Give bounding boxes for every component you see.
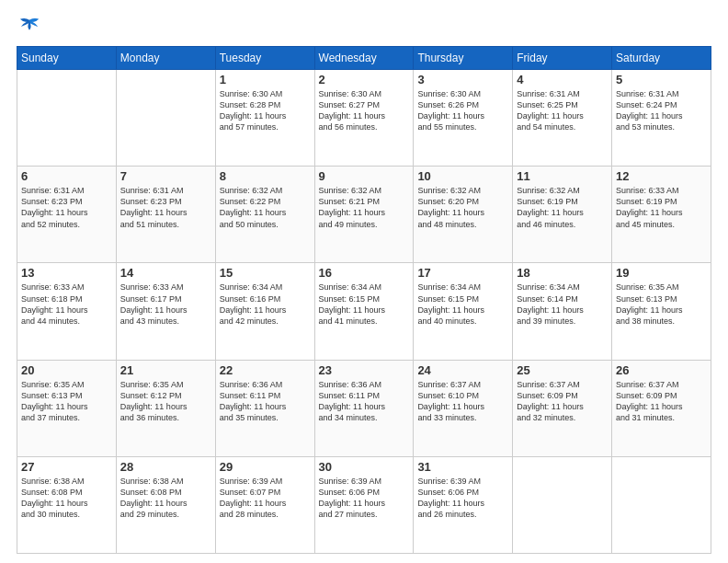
- calendar-cell: 4Sunrise: 6:31 AM Sunset: 6:25 PM Daylig…: [513, 70, 612, 167]
- day-number: 10: [417, 169, 508, 183]
- day-header-tuesday: Tuesday: [215, 47, 314, 70]
- day-info: Sunrise: 6:36 AM Sunset: 6:11 PM Dayligh…: [319, 379, 410, 424]
- calendar-cell: 28Sunrise: 6:38 AM Sunset: 6:08 PM Dayli…: [116, 456, 215, 553]
- calendar-cell: 21Sunrise: 6:35 AM Sunset: 6:12 PM Dayli…: [116, 360, 215, 456]
- day-info: Sunrise: 6:33 AM Sunset: 6:18 PM Dayligh…: [21, 282, 112, 327]
- day-number: 14: [120, 266, 211, 280]
- day-info: Sunrise: 6:37 AM Sunset: 6:09 PM Dayligh…: [517, 379, 608, 424]
- week-row-3: 13Sunrise: 6:33 AM Sunset: 6:18 PM Dayli…: [17, 263, 711, 360]
- calendar-cell: 7Sunrise: 6:31 AM Sunset: 6:23 PM Daylig…: [116, 167, 215, 263]
- day-info: Sunrise: 6:34 AM Sunset: 6:15 PM Dayligh…: [319, 282, 410, 327]
- day-info: Sunrise: 6:32 AM Sunset: 6:19 PM Dayligh…: [517, 185, 608, 230]
- day-number: 4: [517, 73, 608, 86]
- day-info: Sunrise: 6:34 AM Sunset: 6:15 PM Dayligh…: [417, 282, 508, 327]
- calendar-cell: 14Sunrise: 6:33 AM Sunset: 6:17 PM Dayli…: [116, 263, 215, 360]
- day-number: 3: [417, 73, 508, 86]
- calendar-cell: 23Sunrise: 6:36 AM Sunset: 6:11 PM Dayli…: [314, 360, 414, 456]
- day-number: 1: [220, 73, 311, 86]
- logo: [17, 17, 46, 37]
- day-header-friday: Friday: [513, 47, 612, 70]
- day-number: 28: [120, 460, 211, 474]
- day-header-sunday: Sunday: [17, 47, 117, 70]
- day-number: 12: [616, 169, 707, 183]
- day-number: 8: [220, 169, 311, 183]
- calendar-cell: 19Sunrise: 6:35 AM Sunset: 6:13 PM Dayli…: [612, 263, 711, 360]
- day-number: 22: [220, 363, 311, 377]
- day-number: 27: [21, 460, 112, 474]
- day-number: 7: [120, 169, 211, 183]
- calendar-table: SundayMondayTuesdayWednesdayThursdayFrid…: [17, 46, 711, 554]
- calendar-cell: 24Sunrise: 6:37 AM Sunset: 6:10 PM Dayli…: [414, 360, 513, 456]
- day-info: Sunrise: 6:39 AM Sunset: 6:06 PM Dayligh…: [417, 476, 508, 521]
- day-info: Sunrise: 6:31 AM Sunset: 6:23 PM Dayligh…: [120, 185, 211, 230]
- day-number: 21: [120, 363, 211, 377]
- calendar-cell: 22Sunrise: 6:36 AM Sunset: 6:11 PM Dayli…: [215, 360, 314, 456]
- day-number: 9: [319, 169, 410, 183]
- calendar-cell: [612, 456, 711, 553]
- day-number: 31: [417, 460, 508, 474]
- calendar-cell: 12Sunrise: 6:33 AM Sunset: 6:19 PM Dayli…: [612, 167, 711, 263]
- calendar-cell: [17, 70, 117, 167]
- calendar-cell: 2Sunrise: 6:30 AM Sunset: 6:27 PM Daylig…: [314, 70, 414, 167]
- day-number: 13: [21, 266, 112, 280]
- day-info: Sunrise: 6:36 AM Sunset: 6:11 PM Dayligh…: [220, 379, 311, 424]
- day-info: Sunrise: 6:32 AM Sunset: 6:20 PM Dayligh…: [417, 185, 508, 230]
- calendar-cell: 1Sunrise: 6:30 AM Sunset: 6:28 PM Daylig…: [215, 70, 314, 167]
- day-number: 25: [517, 363, 608, 377]
- day-number: 16: [319, 266, 410, 280]
- day-info: Sunrise: 6:32 AM Sunset: 6:22 PM Dayligh…: [220, 185, 311, 230]
- week-row-2: 6Sunrise: 6:31 AM Sunset: 6:23 PM Daylig…: [17, 167, 711, 263]
- day-number: 29: [220, 460, 311, 474]
- day-info: Sunrise: 6:39 AM Sunset: 6:06 PM Dayligh…: [319, 476, 410, 521]
- week-row-5: 27Sunrise: 6:38 AM Sunset: 6:08 PM Dayli…: [17, 456, 711, 553]
- calendar-cell: 26Sunrise: 6:37 AM Sunset: 6:09 PM Dayli…: [612, 360, 711, 456]
- day-header-thursday: Thursday: [414, 47, 513, 70]
- calendar-cell: 16Sunrise: 6:34 AM Sunset: 6:15 PM Dayli…: [314, 263, 414, 360]
- day-info: Sunrise: 6:30 AM Sunset: 6:27 PM Dayligh…: [319, 88, 410, 133]
- day-number: 11: [517, 169, 608, 183]
- day-number: 23: [319, 363, 410, 377]
- day-number: 19: [616, 266, 707, 280]
- header: [17, 17, 711, 37]
- calendar-header-row: SundayMondayTuesdayWednesdayThursdayFrid…: [17, 47, 711, 70]
- calendar-cell: 10Sunrise: 6:32 AM Sunset: 6:20 PM Dayli…: [414, 167, 513, 263]
- calendar-cell: 5Sunrise: 6:31 AM Sunset: 6:24 PM Daylig…: [612, 70, 711, 167]
- calendar-cell: 3Sunrise: 6:30 AM Sunset: 6:26 PM Daylig…: [414, 70, 513, 167]
- day-info: Sunrise: 6:30 AM Sunset: 6:26 PM Dayligh…: [417, 88, 508, 133]
- day-info: Sunrise: 6:35 AM Sunset: 6:13 PM Dayligh…: [21, 379, 112, 424]
- calendar-cell: [513, 456, 612, 553]
- calendar-cell: 8Sunrise: 6:32 AM Sunset: 6:22 PM Daylig…: [215, 167, 314, 263]
- day-info: Sunrise: 6:31 AM Sunset: 6:25 PM Dayligh…: [517, 88, 608, 133]
- day-info: Sunrise: 6:35 AM Sunset: 6:12 PM Dayligh…: [120, 379, 211, 424]
- day-info: Sunrise: 6:39 AM Sunset: 6:07 PM Dayligh…: [220, 476, 311, 521]
- logo-bird-icon: [17, 17, 42, 37]
- calendar-cell: 17Sunrise: 6:34 AM Sunset: 6:15 PM Dayli…: [414, 263, 513, 360]
- day-info: Sunrise: 6:37 AM Sunset: 6:10 PM Dayligh…: [417, 379, 508, 424]
- day-number: 18: [517, 266, 608, 280]
- day-number: 26: [616, 363, 707, 377]
- calendar-cell: 15Sunrise: 6:34 AM Sunset: 6:16 PM Dayli…: [215, 263, 314, 360]
- day-info: Sunrise: 6:34 AM Sunset: 6:16 PM Dayligh…: [220, 282, 311, 327]
- week-row-1: 1Sunrise: 6:30 AM Sunset: 6:28 PM Daylig…: [17, 70, 711, 167]
- page: SundayMondayTuesdayWednesdayThursdayFrid…: [0, 0, 728, 563]
- day-info: Sunrise: 6:37 AM Sunset: 6:09 PM Dayligh…: [616, 379, 707, 424]
- day-info: Sunrise: 6:33 AM Sunset: 6:19 PM Dayligh…: [616, 185, 707, 230]
- calendar-cell: 9Sunrise: 6:32 AM Sunset: 6:21 PM Daylig…: [314, 167, 414, 263]
- calendar-cell: 25Sunrise: 6:37 AM Sunset: 6:09 PM Dayli…: [513, 360, 612, 456]
- calendar-cell: 27Sunrise: 6:38 AM Sunset: 6:08 PM Dayli…: [17, 456, 117, 553]
- day-number: 30: [319, 460, 410, 474]
- calendar-cell: 29Sunrise: 6:39 AM Sunset: 6:07 PM Dayli…: [215, 456, 314, 553]
- day-header-monday: Monday: [116, 47, 215, 70]
- day-info: Sunrise: 6:38 AM Sunset: 6:08 PM Dayligh…: [120, 476, 211, 521]
- day-info: Sunrise: 6:34 AM Sunset: 6:14 PM Dayligh…: [517, 282, 608, 327]
- day-info: Sunrise: 6:31 AM Sunset: 6:24 PM Dayligh…: [616, 88, 707, 133]
- calendar-cell: 13Sunrise: 6:33 AM Sunset: 6:18 PM Dayli…: [17, 263, 117, 360]
- day-info: Sunrise: 6:32 AM Sunset: 6:21 PM Dayligh…: [319, 185, 410, 230]
- day-number: 17: [417, 266, 508, 280]
- calendar-cell: 20Sunrise: 6:35 AM Sunset: 6:13 PM Dayli…: [17, 360, 117, 456]
- day-number: 5: [616, 73, 707, 86]
- day-info: Sunrise: 6:38 AM Sunset: 6:08 PM Dayligh…: [21, 476, 112, 521]
- day-info: Sunrise: 6:31 AM Sunset: 6:23 PM Dayligh…: [21, 185, 112, 230]
- calendar-cell: [116, 70, 215, 167]
- day-number: 15: [220, 266, 311, 280]
